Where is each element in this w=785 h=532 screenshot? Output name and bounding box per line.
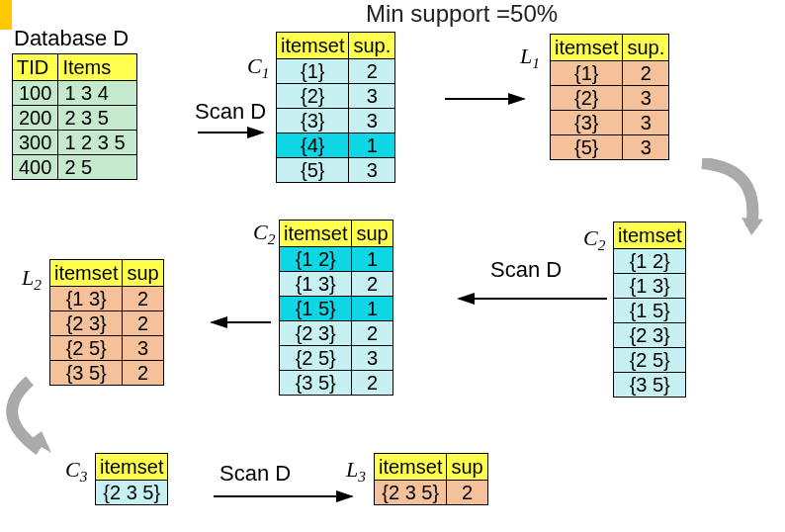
col-items: Items: [58, 54, 137, 81]
table-row: {5}3: [551, 135, 669, 160]
cell: {4}: [277, 133, 349, 158]
cell: 200: [13, 106, 58, 131]
cell: {2 5}: [50, 336, 123, 361]
cell: {1}: [551, 61, 623, 86]
label-c2-cand: C2: [583, 225, 605, 254]
table-row: {2 3 5}2: [375, 481, 488, 505]
col-sup: sup: [447, 454, 487, 481]
cell: 2: [349, 59, 395, 84]
table-row: {1 5}: [614, 299, 686, 323]
arrow-c2cand-c2scan: [449, 289, 607, 309]
col-tid: TID: [13, 54, 58, 81]
cell: 2: [352, 272, 392, 297]
cell: 2: [352, 371, 392, 396]
cell: {2 3}: [614, 323, 686, 348]
cell: {2 3 5}: [375, 481, 447, 505]
table-row: {2}3: [277, 84, 395, 109]
arrow-scan-d-1: [198, 123, 273, 142]
cell: {2 5}: [614, 348, 686, 373]
table-row: {3 5}2: [280, 371, 393, 396]
cell: {1 3}: [50, 287, 123, 311]
cell: 2: [123, 287, 163, 311]
cell: 300: [13, 131, 58, 155]
table-row: {1 2}: [614, 249, 686, 274]
arrow-l2-c3: [0, 376, 89, 465]
table-row: {2 5}3: [280, 346, 393, 371]
cell: {1 3}: [280, 272, 352, 297]
cell: {2}: [277, 84, 349, 109]
cell: 3: [349, 158, 395, 183]
cell: {3 5}: [614, 373, 686, 398]
table-row: {1}2: [551, 61, 669, 86]
cell: {1 3}: [614, 274, 686, 299]
cell: 1: [349, 133, 395, 158]
cell: 2: [447, 481, 487, 505]
cell: {2}: [551, 86, 623, 111]
table-l2: itemsetsup {1 3}2{2 3}2{2 5}3{3 5}2: [49, 259, 164, 386]
table-row: 3001 2 3 5: [13, 131, 137, 155]
table-c2-candidates: itemset {1 2}{1 3}{1 5}{2 3}{2 5}{3 5}: [613, 222, 686, 398]
cell: {3}: [277, 109, 349, 133]
cell: 2: [623, 61, 669, 86]
cell: {1 2}: [614, 249, 686, 274]
arrow-l1-c2: [692, 158, 771, 237]
label-scan-d-3: Scan D: [219, 461, 291, 487]
table-row: {1 3}2: [280, 272, 393, 297]
cell: 100: [13, 81, 58, 106]
cell: 1: [352, 247, 392, 272]
cell: 2: [123, 361, 163, 386]
col-itemset: itemset: [277, 33, 349, 59]
col-sup: sup: [123, 260, 163, 287]
table-row: {1}2: [277, 59, 395, 84]
table-row: {2 3}2: [50, 311, 164, 336]
table-l3: itemsetsup {2 3 5}2: [374, 453, 488, 505]
cell: {1 5}: [280, 297, 352, 321]
table-row: {2 5}3: [50, 336, 164, 361]
cell: {5}: [277, 158, 349, 183]
title-min-support: Min support =50%: [366, 0, 558, 28]
cell: 2 5: [58, 155, 137, 180]
arrow-c1-l1: [445, 89, 534, 109]
label-l3: L3: [346, 457, 366, 486]
label-scan-d-2: Scan D: [490, 257, 562, 283]
cell: 1: [352, 297, 392, 321]
table-c1: itemsetsup. {1}2{2}3{3}3{4}1{5}3: [276, 32, 395, 183]
table-row: {1 3}: [614, 274, 686, 299]
table-row: {2 3}2: [280, 321, 393, 346]
col-itemset: itemset: [50, 260, 123, 287]
cell: 400: [13, 155, 58, 180]
col-itemset: itemset: [614, 222, 686, 249]
cell: {2 3}: [280, 321, 352, 346]
cell: {2 5}: [280, 346, 352, 371]
cell: {3 5}: [280, 371, 352, 396]
label-c2-scan: C2: [253, 220, 275, 248]
cell: 3: [349, 109, 395, 133]
table-row: {3}3: [277, 109, 395, 133]
col-sup: sup.: [349, 33, 395, 59]
cell: 3: [352, 346, 392, 371]
col-sup: sup.: [623, 35, 669, 61]
label-scan-d-1: Scan D: [195, 99, 266, 125]
cell: {2 3}: [50, 311, 123, 336]
label-database-d: Database D: [14, 26, 129, 51]
col-itemset: itemset: [280, 221, 352, 247]
label-c1: C1: [247, 53, 269, 82]
col-itemset: itemset: [551, 35, 623, 61]
cell: 2 3 5: [58, 106, 137, 131]
label-l1: L1: [520, 44, 540, 72]
table-row: {2 5}: [614, 348, 686, 373]
cell: {2 3 5}: [96, 481, 168, 505]
cell: 3: [349, 84, 395, 109]
cell: {3}: [551, 111, 623, 135]
table-c2-scanned: itemsetsup {1 2}1{1 3}2{1 5}1{2 3}2{2 5}…: [279, 220, 393, 396]
label-l2: L2: [22, 265, 42, 294]
cell: {1 5}: [614, 299, 686, 323]
table-row: {1 5}1: [280, 297, 393, 321]
table-row: {4}1: [277, 133, 395, 158]
cell: 3: [623, 86, 669, 111]
table-row: 4002 5: [13, 155, 137, 180]
cell: 1 2 3 5: [58, 131, 137, 155]
table-row: {1 2}1: [280, 247, 393, 272]
cell: 2: [352, 321, 392, 346]
table-l1: itemsetsup. {1}2{2}3{3}3{5}3: [550, 34, 669, 160]
